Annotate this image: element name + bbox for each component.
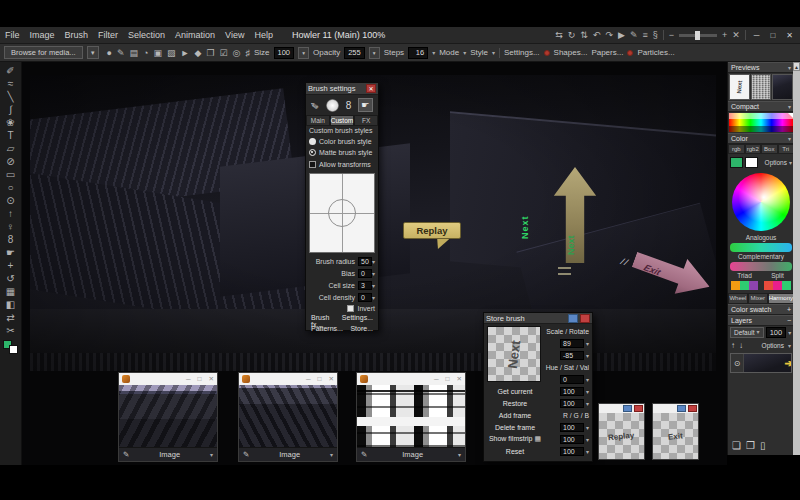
spinner-arrow[interactable]: ▾ — [586, 340, 589, 347]
steps-value[interactable]: 16 — [408, 47, 428, 59]
close-button[interactable]: ✕ — [209, 375, 214, 383]
zoom-in-button[interactable]: + — [722, 31, 727, 40]
play-icon[interactable]: ▶ — [618, 31, 625, 40]
chevron-down-icon[interactable]: ▾ — [458, 451, 461, 458]
link-icon[interactable]: 8 — [346, 100, 352, 111]
image-icon[interactable]: ▣ — [154, 48, 163, 58]
grid-tool[interactable]: ▦ — [2, 285, 20, 298]
line-tool[interactable]: ╲ — [2, 90, 20, 103]
brush-fx-button[interactable]: Brush fx... — [311, 314, 342, 325]
mask-tool[interactable]: ◧ — [2, 298, 20, 311]
add-tool[interactable]: + — [2, 259, 20, 272]
picker-tool[interactable]: ♀ — [2, 220, 20, 233]
zoom-slider[interactable] — [679, 34, 717, 37]
radio-matte-brush[interactable]: Matte brush style — [306, 147, 378, 158]
copy-layer-icon[interactable]: ❏ — [732, 440, 741, 451]
close-button[interactable]: ✕ — [783, 31, 796, 40]
color-header[interactable]: Color ▾ — [728, 133, 794, 144]
brush-preview-thumb[interactable]: Next — [729, 74, 750, 100]
parameter-value[interactable]: 0 — [358, 293, 372, 302]
spinner-arrow[interactable]: ▾ — [586, 436, 589, 443]
flip-vertical-icon[interactable]: ⇅ — [580, 31, 588, 40]
store-icon-button[interactable] — [623, 405, 632, 412]
undo-icon[interactable]: ↶ — [593, 31, 601, 40]
compact-header[interactable]: Compact ▾ — [728, 101, 794, 112]
image-window-titlebar[interactable]: ─ □ ✕ — [239, 373, 337, 385]
titlebar[interactable] — [599, 404, 644, 413]
layer-opacity-value[interactable]: 100 — [766, 327, 787, 338]
tab[interactable]: Mixer — [748, 293, 768, 304]
zoom-slider-thumb[interactable] — [695, 31, 700, 40]
timeline-icon[interactable]: ◔ — [143, 48, 148, 58]
close-button[interactable] — [580, 314, 590, 323]
rotate-value[interactable]: -85 — [560, 351, 584, 360]
opacity-spinner[interactable]: ▾ — [369, 47, 380, 59]
image-thumbnail[interactable] — [119, 385, 217, 447]
close-button[interactable]: ✕ — [329, 375, 334, 383]
parameter-value[interactable]: 3 — [358, 281, 372, 290]
new-layer-icon[interactable]: ▯ — [760, 440, 766, 451]
rotate-canvas-icon[interactable]: ↻ — [568, 31, 576, 40]
minimize-button[interactable]: ─ — [751, 31, 763, 40]
spinner-arrow[interactable]: ▾ — [586, 376, 589, 383]
opacity-value[interactable]: 255 — [344, 47, 365, 59]
menu-item[interactable]: File — [0, 30, 25, 40]
image-window-titlebar[interactable]: ─ □ ✕ — [119, 373, 217, 385]
current-color-swatch[interactable] — [730, 157, 743, 168]
layers-icon[interactable]: ❐ — [206, 48, 214, 58]
cut-tool[interactable]: ✂ — [2, 324, 20, 337]
hue-value[interactable]: 0 — [560, 375, 584, 384]
rectangle-tool[interactable]: ▭ — [2, 168, 20, 181]
shear-tool[interactable]: ▱ — [2, 142, 20, 155]
store-icon-button[interactable] — [568, 314, 578, 323]
previews-header[interactable]: Previews ▾ — [728, 62, 794, 73]
menu-item[interactable]: Animation — [170, 30, 220, 40]
triad-swatches[interactable] — [731, 281, 758, 291]
spinner-arrow[interactable]: ▾ — [372, 270, 375, 277]
color-wheel[interactable] — [732, 173, 790, 231]
image-window-titlebar[interactable]: ─ □ ✕ — [357, 373, 465, 385]
menu-item[interactable]: Help — [249, 30, 278, 40]
close-button[interactable]: ✕ — [366, 84, 376, 93]
compact-color-picker[interactable] — [729, 113, 793, 132]
spinner-arrow[interactable]: ▾ — [586, 352, 589, 359]
spinner-arrow[interactable]: ▾ — [372, 294, 375, 301]
link-icon[interactable]: § — [653, 31, 658, 40]
image-thumbnail[interactable] — [239, 385, 337, 447]
show-filmstrip-button[interactable]: Show filmstrip▦ — [487, 435, 543, 443]
complementary-gradient[interactable] — [730, 262, 792, 271]
scrollbar[interactable]: ▲ — [793, 62, 800, 455]
layer-thumbnail[interactable]: ➔ — [744, 354, 791, 372]
delete-frame-button[interactable]: Delete frame — [487, 424, 543, 431]
tab[interactable]: Wheel — [728, 293, 748, 304]
layer-options-dropdown[interactable]: Options — [762, 342, 784, 349]
maximize-button[interactable]: □ — [198, 375, 202, 383]
diamond-icon[interactable]: ◆ — [195, 48, 202, 58]
parameter-value[interactable]: 0 — [358, 269, 372, 278]
brush-shape-preview[interactable] — [309, 173, 375, 253]
steps-dropdown[interactable]: ▾ — [432, 49, 435, 56]
settings-button[interactable]: Settings... — [342, 314, 373, 325]
swap-tool[interactable]: ⇄ — [2, 311, 20, 324]
ellipse-tool[interactable]: ⊘ — [2, 155, 20, 168]
menu-item[interactable]: View — [220, 30, 249, 40]
layer-preset-dropdown[interactable]: Default▾ — [730, 327, 764, 338]
val-value[interactable]: 100 — [560, 399, 584, 408]
curve-tool[interactable]: ∫ — [2, 103, 20, 116]
brush-tip-icon[interactable]: ● — [107, 48, 112, 58]
redo-icon[interactable]: ↷ — [605, 31, 613, 40]
spinner-arrow[interactable]: ▾ — [586, 424, 589, 431]
settings-button[interactable]: Settings... — [504, 48, 540, 57]
maximize-button[interactable]: □ — [767, 31, 778, 40]
layer-item[interactable]: ⊙ ➔ — [730, 353, 792, 373]
minimize-button[interactable]: ─ — [186, 375, 191, 383]
size-value[interactable]: 100 — [274, 47, 295, 59]
size-spinner[interactable]: ▾ — [298, 47, 309, 59]
spiral-tool[interactable]: ↺ — [2, 272, 20, 285]
tab[interactable]: Custom — [330, 115, 354, 126]
tab[interactable]: FX — [354, 115, 378, 126]
layers-header[interactable]: Layers − — [728, 315, 794, 326]
layer-visibility-toggle[interactable]: ⊙ — [731, 354, 744, 372]
titlebar[interactable] — [653, 404, 698, 413]
scroll-up-arrow[interactable]: ▲ — [793, 62, 800, 71]
